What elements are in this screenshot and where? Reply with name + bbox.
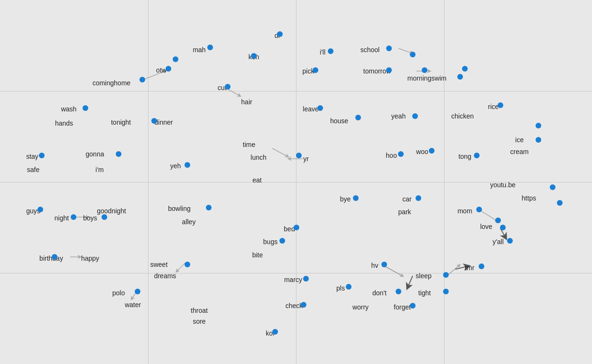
data-dot [173, 56, 178, 62]
word-label: birthday [39, 255, 63, 262]
data-dot [429, 148, 435, 154]
word-label: cominghome [92, 79, 130, 87]
word-label: woo [416, 148, 428, 155]
word-label: tmr [465, 264, 474, 272]
data-dot [410, 303, 416, 309]
word-label: bite [252, 251, 263, 259]
word-label: i'll [320, 48, 325, 56]
data-dot [166, 66, 171, 72]
word-label: sore [193, 318, 205, 325]
data-dot [507, 238, 513, 244]
data-dot [536, 123, 541, 128]
data-dot [557, 200, 563, 206]
data-dot [536, 137, 541, 143]
word-label: bye [340, 195, 351, 203]
data-dot [410, 52, 416, 57]
word-label: pls [336, 284, 345, 292]
word-label: hands [55, 119, 73, 127]
data-dot [317, 105, 323, 111]
data-dot [37, 207, 43, 212]
data-dot [83, 105, 88, 111]
data-dot [301, 302, 306, 308]
word-label: tonight [111, 118, 131, 126]
svg-line-4 [383, 265, 402, 276]
word-graph-chart: drkohmahi'llschoolotwpicktomorrowcomingh… [0, 0, 592, 364]
data-dot [294, 225, 299, 230]
word-label: alley [182, 218, 196, 226]
data-dot [443, 289, 449, 294]
data-dot [457, 74, 463, 80]
data-dot [479, 264, 484, 269]
data-dot [381, 262, 387, 267]
data-dot [279, 238, 285, 244]
data-dot [207, 45, 213, 50]
word-label: morningswim [407, 74, 446, 82]
word-label: hv [371, 262, 379, 269]
word-label: park [398, 208, 411, 216]
word-label: house [330, 117, 348, 125]
data-dot [251, 53, 257, 59]
data-dot [398, 151, 404, 157]
data-dot [386, 46, 392, 51]
word-label: school [361, 46, 379, 54]
word-label: polo [112, 289, 125, 297]
grid-line-v2 [296, 0, 296, 364]
word-label: check [286, 302, 303, 309]
word-label: yeah [391, 112, 406, 120]
data-dot [185, 162, 190, 168]
svg-line-6 [480, 210, 497, 221]
word-label: worry [352, 303, 369, 311]
data-dot [135, 289, 140, 294]
word-label: chicken [451, 112, 473, 120]
data-dot [313, 67, 318, 73]
word-label: cream [510, 148, 529, 155]
svg-line-9 [398, 48, 412, 53]
word-label: yr [303, 155, 309, 163]
svg-line-13 [455, 266, 467, 269]
word-label: hoo [386, 152, 397, 159]
data-dot [185, 262, 190, 267]
data-dot [296, 153, 302, 158]
word-label: bed [284, 225, 295, 233]
data-dot [474, 153, 480, 158]
svg-line-12 [408, 276, 413, 287]
word-label: safe [27, 166, 39, 173]
word-label: i'm [95, 166, 103, 173]
data-dot [52, 254, 57, 260]
data-dot [462, 66, 468, 72]
word-label: bowling [168, 205, 190, 212]
data-dot [500, 225, 506, 230]
svg-line-2 [272, 148, 287, 156]
word-label: https [522, 194, 536, 202]
data-dot [277, 31, 283, 37]
grid-line-v3 [444, 0, 444, 364]
data-dot [151, 118, 157, 124]
data-dot [225, 84, 231, 90]
word-label: leave [303, 105, 318, 113]
data-dot [396, 289, 401, 294]
word-label: sweet [150, 261, 168, 268]
word-label: car [402, 195, 411, 203]
data-dot [498, 102, 503, 108]
word-label: don't [372, 289, 387, 297]
word-label: wash [61, 105, 77, 113]
word-label: boys [83, 214, 97, 222]
data-dot [355, 115, 361, 120]
svg-line-1 [228, 89, 240, 96]
word-label: night [55, 214, 69, 222]
word-label: bugs [263, 238, 278, 246]
data-dot [412, 113, 418, 119]
data-dot [353, 195, 359, 201]
word-label: gonna [86, 150, 104, 158]
word-label: hair [241, 98, 252, 106]
data-dot [139, 77, 145, 82]
word-label: goodnight [97, 207, 126, 215]
data-dot [272, 329, 278, 335]
data-dot [550, 184, 555, 190]
word-label: mah [193, 46, 205, 54]
data-dot [206, 205, 212, 210]
word-label: mom [457, 207, 472, 215]
data-dot [346, 284, 352, 290]
word-label: tong [458, 153, 471, 160]
word-label: water [125, 301, 141, 309]
